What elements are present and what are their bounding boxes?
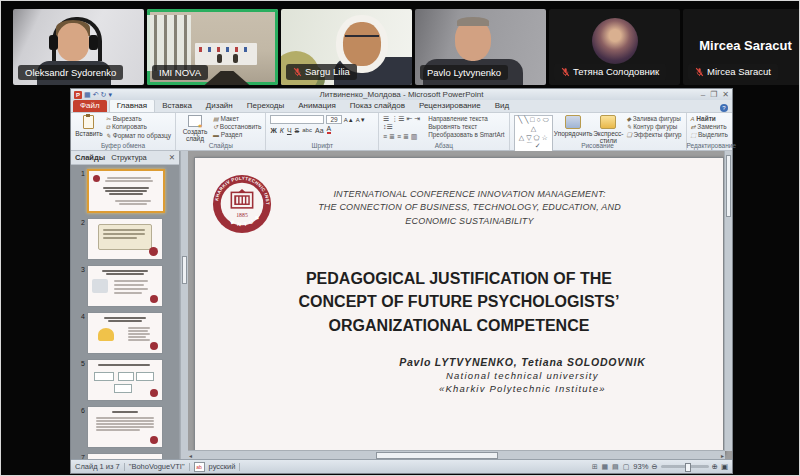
slide-number: 4 [74,312,85,354]
tab-file[interactable]: Файл [73,100,107,112]
slide-canvas[interactable]: KHARKIV POLYTECHNIC INSTITUTE ◆ N T U ◆ … [194,157,724,454]
spellcheck-icon[interactable]: ab [194,462,205,472]
new-slide-button[interactable]: Создать слайд [180,115,210,142]
reset-button[interactable]: ↺ Восстановить [213,123,261,130]
fit-to-window-icon[interactable]: ▣ [721,462,728,471]
font-name-box[interactable] [270,115,324,124]
section-button[interactable]: ▬ Раздел [213,131,261,138]
alignment-buttons[interactable]: ≡ ≣ ≡ ≣ ▥ [383,133,425,141]
tab-animations[interactable]: Анимация [291,100,343,112]
language-indicator[interactable]: русский [209,462,236,471]
scroll-left-icon[interactable]: ◂ [189,452,192,459]
section-icon: ▬ [213,132,219,138]
slide-thumbnail-6[interactable] [87,406,163,448]
panel-tab-outline[interactable]: Структура [111,153,147,162]
tab-design[interactable]: Дизайн [199,100,240,112]
paragraph-group: ☰ ⋮☰ ⇤ ⇥ ↕☰ ≡ ≣ ≡ ≣ ▥ Направление текста… [379,113,509,150]
quick-styles-button[interactable]: Экспресс-стили [593,115,623,144]
zoom-slider[interactable] [661,465,709,468]
copy-button[interactable]: ⧉ Копировать [106,123,171,131]
conference-subtitle[interactable]: INTERNATIONAL CONFERENCE INNOVATION MANA… [285,188,655,230]
view-mode-buttons[interactable]: ⊞ ▦ ▤ ▢ [592,463,631,471]
participant-name: IMI NOVA [159,68,201,78]
arrange-button[interactable]: Упорядочить [556,115,590,137]
group-label: Абзац [379,142,508,149]
restore-button[interactable]: ❐ [710,90,717,99]
tab-review[interactable]: Рецензирование [412,100,488,112]
minimize-button[interactable]: – [701,90,705,99]
tab-slideshow[interactable]: Показ слайдов [343,100,412,112]
paste-button[interactable]: Вставить [75,115,103,137]
layout-button[interactable]: ▤ Макет [213,115,261,122]
title-bar[interactable]: P ▦ ↶ ↻ ▾ Литвиненко_Молдова - Microsoft… [71,89,732,100]
video-tile-imi-nova[interactable]: IMI NOVA [147,9,278,85]
editor-vertical-scrollbar[interactable] [724,151,732,451]
close-button[interactable]: ✕ [722,90,729,99]
text-direction-button[interactable]: Направление текста [428,115,504,122]
format-painter-button[interactable]: ✎ Формат по образцу [106,132,171,139]
new-slide-icon [188,115,202,127]
cut-icon: ✂ [106,116,111,122]
panel-scrollbar[interactable] [180,151,188,459]
authors-block[interactable]: Pavlo LYTVYNENKO, Tetiana SOLODOVNIK Nat… [343,356,702,394]
video-tile-oleksandr[interactable]: Oleksandr Sydorenko [13,9,144,85]
find-button[interactable]: А Найти [691,115,728,122]
font-size-box[interactable]: 29 [326,115,341,124]
university-seal-logo[interactable]: KHARKIV POLYTECHNIC INSTITUTE ◆ N T U ◆ … [211,173,273,235]
tab-home[interactable]: Главная [109,99,155,112]
tab-insert[interactable]: Вставка [155,100,199,112]
scroll-right-icon[interactable]: ▸ [721,452,724,459]
strikethrough-button[interactable]: S [295,127,300,134]
grow-font-button[interactable]: А▲ [344,117,354,123]
video-tile-tetiana[interactable]: Тетяна Солодовник [549,9,680,85]
participant-name-label: Pavlo Lytvynenko [420,65,508,81]
slide-thumbnail-5[interactable] [87,359,163,401]
italic-button[interactable]: К [280,127,284,134]
panel-close-icon[interactable]: ✕ [169,153,175,162]
scroll-thumb[interactable] [376,452,498,459]
video-tile-mircea[interactable]: Mircea Saracut Mircea Saracut [683,9,800,85]
change-case-button[interactable]: Aa [315,127,324,134]
replace-button[interactable]: ⇄ Заменить [691,123,728,130]
select-button[interactable]: ⬚ Выделить [691,131,728,138]
slide-thumbnail-4[interactable] [87,312,163,354]
slide-thumbnail-row: 4 [74,312,177,354]
zoom-in-icon[interactable]: ⊕ [712,462,718,471]
slide-title[interactable]: PEDAGOGICAL JUSTIFICATION OF THE CONCEPT… [232,267,686,337]
align-text-button[interactable]: Выровнять текст [428,123,504,130]
video-tile-sargu[interactable]: Sargu Lilia [281,9,412,85]
shrink-font-button[interactable]: А▼ [356,117,366,123]
shape-outline-button[interactable]: ✎ Контур фигуры [626,123,681,130]
underline-button[interactable]: Ч [287,127,292,134]
slide-thumbnail-2[interactable] [87,218,163,260]
author-names: Pavlo LYTVYNENKO, Tetiana SOLODOVNIK [343,356,702,368]
editor-horizontal-scrollbar[interactable]: ◂ ▸ [188,450,725,459]
list-indent-buttons[interactable]: ☰ ⋮☰ ⇤ ⇥ ↕☰ [383,115,425,131]
participant-name-label: Тетяна Солодовник [554,64,666,80]
participant-name-label: Mircea Saracut [688,64,778,80]
slide-thumbnail-1[interactable] [87,169,165,213]
banner-logos [199,47,253,52]
tab-transitions[interactable]: Переходы [240,100,292,112]
smartart-button[interactable]: Преобразовать в SmartArt [428,131,504,138]
panel-tab-slides[interactable]: Слайды [75,153,105,162]
video-tile-pavlo[interactable]: Pavlo Lytvynenko [415,9,546,85]
slide-thumbnail-7[interactable] [87,453,163,459]
shape-fill-button[interactable]: ◆ Заливка фигуры [626,115,681,122]
window-title: Литвиненко_Молдова - Microsoft PowerPoin… [71,90,732,99]
affiliation: «Kharkiv Polytechnic Institute» [343,383,702,394]
bold-button[interactable]: Ж [270,127,276,134]
zoom-out-icon[interactable]: ⊖ [651,462,657,471]
cut-button[interactable]: ✂ Вырезать [106,115,171,122]
slide-counter: Слайд 1 из 7 [75,462,120,471]
font-color-button[interactable]: А [327,126,332,134]
shape-effects-button[interactable]: ❏ Эффекты фигур [626,131,681,138]
slide-thumbnail-3[interactable] [87,265,163,307]
help-icon[interactable]: ? [720,104,728,112]
headphone-cup [49,35,58,50]
powerpoint-window: P ▦ ↶ ↻ ▾ Литвиненко_Молдова - Microsoft… [70,88,733,474]
shadow-button[interactable]: abc [302,127,312,133]
slide-number: 5 [74,359,85,401]
theme-name: "BohoVogueVTI" [129,462,185,471]
tab-view[interactable]: Вид [488,100,516,112]
